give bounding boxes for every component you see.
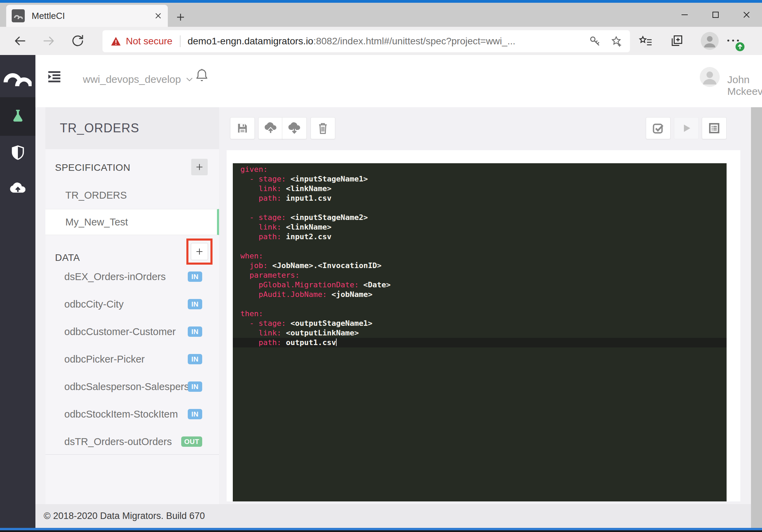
code-line[interactable]: then:	[233, 309, 727, 319]
url-text[interactable]: demo1-engn.datamigrators.io:8082/index.h…	[187, 36, 515, 47]
spec-item-tr-orders[interactable]: TR_ORDERS	[65, 190, 127, 201]
code-line[interactable]: - stage: <inputStageName1>	[233, 174, 727, 184]
code-line[interactable]	[233, 299, 727, 309]
code-line[interactable]: pAudit.JobName: <jobName>	[233, 290, 727, 299]
minimize-button[interactable]	[669, 3, 700, 27]
code-line[interactable]	[233, 242, 727, 251]
add-favorite-star-icon[interactable]	[610, 35, 622, 47]
code-line[interactable]: link: <outputLinkName>	[233, 328, 727, 338]
play-icon	[681, 122, 692, 134]
direction-badge: IN	[188, 271, 202, 282]
forward-button[interactable]	[41, 33, 56, 48]
sidebar-item-deploy[interactable]	[0, 172, 35, 203]
code-line[interactable]: pGlobal.MigrationDate: <Date>	[233, 280, 727, 290]
run-button[interactable]	[674, 117, 699, 139]
copyright-text: © 2018-2020 Data Migrators. Build 670	[44, 511, 205, 521]
data-item[interactable]: odbcStockItem-StockItem IN	[45, 400, 219, 428]
code-line[interactable]: when:	[233, 251, 727, 261]
cloud-upload-icon	[264, 122, 277, 134]
reload-button[interactable]	[70, 33, 85, 48]
password-key-icon[interactable]	[589, 35, 601, 47]
data-item[interactable]: dsEX_Orders-inOrders IN	[45, 263, 219, 290]
data-item-label: odbcPicker-Picker	[64, 354, 145, 365]
project-dropdown[interactable]: wwi_devops_develop	[83, 74, 193, 85]
data-item-label: dsEX_Orders-inOrders	[64, 271, 166, 282]
data-item[interactable]: dsTR_Orders-outOrders OUT	[45, 428, 219, 455]
data-item-label: odbcStockItem-StockItem	[64, 409, 178, 420]
app-topbar: wwi_devops_develop John Mckeever	[35, 55, 762, 107]
browser-update-badge-icon[interactable]	[735, 42, 745, 52]
spec-panel: TR_ORDERS SPECIFICATION TR_ORDERS My_New…	[45, 107, 219, 504]
direction-badge: IN	[188, 299, 202, 309]
data-item[interactable]: odbcSalesperson-Salesperson IN	[45, 373, 219, 400]
sidebar-item-unit-test[interactable]	[0, 97, 35, 136]
app-footer: © 2018-2020 Data Migrators. Build 670	[35, 504, 762, 528]
delete-button[interactable]	[311, 117, 335, 139]
cloud-download-icon	[288, 122, 301, 134]
content-scrollbar	[751, 107, 762, 528]
not-secure-label[interactable]: Not secure	[126, 36, 172, 47]
favorites-bar-icon[interactable]	[638, 35, 653, 47]
browser-profile-avatar[interactable]	[701, 32, 719, 50]
code-line[interactable]: job: <JobName>.<InvocationID>	[233, 261, 727, 270]
close-button[interactable]	[731, 3, 762, 27]
code-line[interactable]: path: output1.csv	[233, 338, 727, 347]
data-item[interactable]: odbcCity-City IN	[45, 290, 219, 318]
url-host: demo1-engn.datamigrators.io	[187, 36, 313, 46]
back-button[interactable]	[12, 33, 28, 48]
panel-divider	[45, 454, 219, 455]
window-bottom-edge	[0, 530, 762, 532]
tab-title: MettleCI	[32, 11, 65, 21]
sidebar-item-compliance[interactable]	[0, 137, 35, 168]
section-specification-label: SPECIFICATION	[55, 162, 130, 173]
annotation-highlight-box	[186, 239, 213, 265]
new-tab-button[interactable]	[174, 10, 187, 24]
maximize-button[interactable]	[700, 3, 731, 27]
flask-icon	[10, 108, 26, 125]
browser-titlebar: MettleCI	[0, 3, 762, 27]
data-item[interactable]: odbcPicker-Picker IN	[45, 345, 219, 373]
project-name: wwi_devops_develop	[83, 74, 181, 85]
code-line[interactable]: - stage: <outputStageName1>	[233, 319, 727, 328]
spec-panel-header: TR_ORDERS	[45, 107, 219, 149]
code-line[interactable]: link: <linkName>	[233, 222, 727, 232]
user-name[interactable]: John Mckeever	[727, 74, 762, 97]
sidebar-toggle-button[interactable]	[47, 69, 62, 84]
data-item-label: odbcSalesperson-Salesperson	[64, 381, 200, 392]
url-path: :8082/index.html#/unittest/spec?project=…	[313, 36, 515, 46]
download-button[interactable]	[282, 117, 307, 139]
validate-button[interactable]	[646, 117, 671, 139]
spec-panel-title: TR_ORDERS	[60, 107, 139, 149]
notifications-button[interactable]	[195, 68, 208, 82]
not-secure-warning-icon[interactable]	[111, 36, 121, 46]
code-line[interactable]: path: input2.csv	[233, 232, 727, 242]
direction-badge: IN	[188, 354, 202, 364]
user-avatar[interactable]	[700, 67, 720, 87]
add-specification-button[interactable]	[191, 159, 208, 175]
list-report-icon	[708, 122, 720, 134]
report-button[interactable]	[702, 117, 727, 139]
code-line[interactable]	[233, 203, 727, 213]
upload-button[interactable]	[258, 117, 283, 139]
code-line[interactable]: path: input1.csv	[233, 193, 727, 203]
save-button[interactable]	[230, 117, 255, 139]
direction-badge: OUT	[181, 436, 202, 447]
window-top-accent	[0, 0, 762, 3]
tab-close-icon[interactable]	[154, 12, 162, 20]
data-item[interactable]: odbcCustomer-Customer IN	[45, 318, 219, 345]
spec-item-my-new-test[interactable]: My_New_Test	[45, 209, 219, 235]
code-editor[interactable]: given: - stage: <inputStageName1> link: …	[233, 163, 727, 501]
code-line[interactable]: - stage: <inputStageName2>	[233, 213, 727, 222]
add-data-button[interactable]	[191, 243, 208, 260]
code-line[interactable]: link: <linkName>	[233, 184, 727, 193]
code-line[interactable]: parameters:	[233, 270, 727, 280]
collections-icon[interactable]	[670, 34, 684, 47]
spec-item-label: My_New_Test	[65, 217, 128, 228]
scrollbar-thumb[interactable]	[751, 107, 762, 528]
browser-tab[interactable]: MettleCI	[6, 5, 168, 27]
code-line[interactable]: given:	[233, 165, 727, 174]
url-bar[interactable]: Not secure demo1-engn.datamigrators.io:8…	[102, 30, 630, 52]
plus-icon	[195, 247, 204, 256]
save-floppy-icon	[237, 122, 248, 134]
direction-badge: IN	[188, 409, 202, 419]
